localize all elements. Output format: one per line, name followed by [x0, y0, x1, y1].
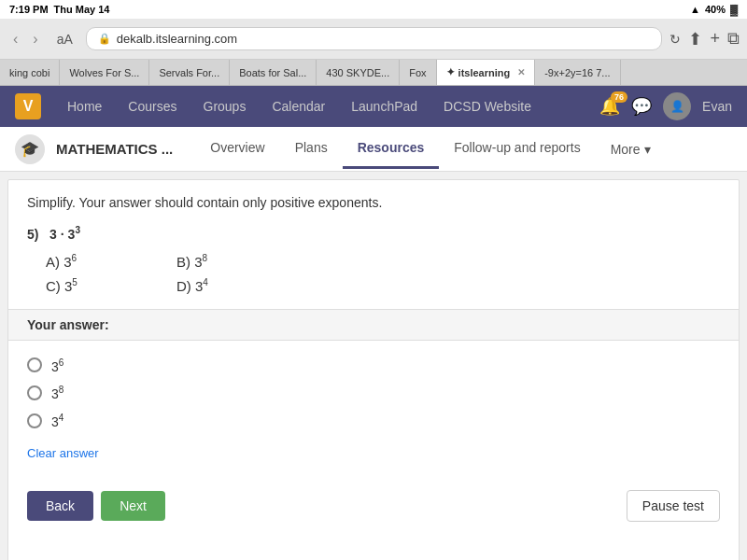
browser-tab-4[interactable]: Boats for Sal... [230, 60, 317, 85]
option-B: B) 38 [176, 253, 289, 270]
question-instructions: Simplify. Your answer should contain onl… [27, 195, 720, 210]
radio-label-1: 36 [51, 357, 63, 374]
next-button[interactable]: Next [101, 491, 165, 521]
radio-options: 36 38 34 [27, 352, 720, 435]
reload-button[interactable]: ↻ [669, 32, 681, 47]
question-number: 5) 3 · 33 [27, 225, 720, 242]
avatar: 👤 [663, 92, 691, 120]
browser-tab-6[interactable]: Fox [400, 60, 436, 85]
option-A: A) 36 [46, 253, 158, 270]
nav-dcsd[interactable]: DCSD Website [432, 91, 543, 121]
tab-overview[interactable]: Overview [195, 129, 279, 169]
browser-tabs: king cobi Wolves For S... Servals For...… [0, 60, 747, 86]
nav-links: Home Courses Groups Calendar LaunchPad D… [56, 91, 599, 121]
radio-input-3[interactable] [27, 413, 42, 428]
course-icon: 🎓 [15, 134, 45, 164]
question-block: 5) 3 · 33 A) 36 B) 38 C) 35 D) 34 [27, 225, 720, 294]
radio-label-3: 34 [51, 413, 63, 429]
pause-test-button[interactable]: Pause test [627, 490, 720, 522]
nav-home[interactable]: Home [56, 91, 113, 121]
chat-button[interactable]: 💬 [631, 96, 652, 117]
your-answer-label: Your answer: [27, 317, 109, 332]
tab-resources[interactable]: Resources [343, 129, 440, 169]
battery-icon: ▓ [730, 4, 738, 15]
browser-tab-itslearning[interactable]: ✦ itslearning ✕ [437, 60, 536, 85]
user-name: Evan [702, 99, 732, 114]
browser-tab-8[interactable]: -9x+2y=16 7... [535, 60, 620, 85]
url-bar[interactable]: 🔒 dekalb.itslearning.com [86, 27, 663, 50]
chevron-down-icon: ▾ [644, 142, 651, 157]
radio-option-3[interactable]: 34 [27, 407, 720, 435]
radio-label-2: 38 [51, 385, 63, 401]
tab-followup[interactable]: Follow-up and reports [439, 129, 595, 169]
course-title: MATHEMATICS ... [56, 141, 173, 157]
clear-answer-link[interactable]: Clear answer [27, 446, 99, 460]
share-button[interactable]: ⬆ [688, 29, 702, 49]
browser-tab-5[interactable]: 430 SKYDE... [317, 60, 400, 85]
content-area: Simplify. Your answer should contain onl… [7, 179, 740, 560]
course-tabs: Overview Plans Resources Follow-up and r… [195, 129, 732, 169]
tab-favicon: ✦ [446, 66, 455, 78]
battery-display: 40% [705, 4, 726, 15]
tab-close-icon[interactable]: ✕ [517, 67, 525, 77]
browser-tab-1[interactable]: king cobi [0, 60, 60, 85]
option-C: C) 35 [46, 277, 158, 294]
nav-launchpad[interactable]: LaunchPad [340, 91, 429, 121]
tab-plans[interactable]: Plans [280, 129, 343, 169]
footer-buttons: Back Next Pause test [27, 479, 720, 522]
forward-button[interactable]: › [27, 29, 43, 49]
answer-options: A) 36 B) 38 C) 35 D) 34 [46, 253, 720, 294]
nav-courses[interactable]: Courses [117, 91, 188, 121]
app-nav: V Home Courses Groups Calendar LaunchPad… [0, 86, 747, 127]
status-bar: 7:19 PM Thu May 14 ▲ 40% ▓ [0, 0, 747, 19]
browser-chrome: ‹ › aA 🔒 dekalb.itslearning.com ↻ ⬆ + ⧉ [0, 19, 747, 60]
new-tab-button[interactable]: + [710, 29, 720, 49]
tabs-button[interactable]: ⧉ [727, 29, 740, 49]
radio-option-1[interactable]: 36 [27, 352, 720, 380]
tab-more[interactable]: More ▾ [596, 129, 666, 169]
radio-input-2[interactable] [27, 385, 42, 400]
nav-right: 🔔 76 💬 👤 Evan [599, 92, 732, 120]
app-logo: V [15, 93, 41, 119]
more-label: More [611, 142, 641, 157]
course-header: 🎓 MATHEMATICS ... Overview Plans Resourc… [0, 127, 747, 172]
notification-button[interactable]: 🔔 76 [599, 96, 620, 117]
browser-tab-3[interactable]: Servals For... [149, 60, 230, 85]
time-display: 7:19 PM [9, 4, 49, 15]
option-D: D) 34 [176, 277, 289, 294]
back-button[interactable]: Back [27, 491, 93, 521]
date-display: Thu May 14 [54, 4, 110, 15]
nav-calendar[interactable]: Calendar [261, 91, 336, 121]
back-button[interactable]: ‹ [7, 29, 23, 49]
browser-tab-2[interactable]: Wolves For S... [60, 60, 149, 85]
browser-actions: ⬆ + ⧉ [688, 29, 740, 49]
radio-input-1[interactable] [27, 357, 42, 372]
nav-groups[interactable]: Groups [192, 91, 258, 121]
nav-buttons: ‹ › [7, 29, 44, 49]
url-text: dekalb.itslearning.com [117, 32, 237, 46]
notification-badge: 76 [611, 91, 627, 103]
footer-left: Back Next [27, 491, 165, 521]
wifi-icon: ▲ [690, 4, 700, 15]
radio-option-2[interactable]: 38 [27, 379, 720, 407]
lock-icon: 🔒 [98, 33, 111, 45]
reader-icon: aA [51, 30, 78, 49]
